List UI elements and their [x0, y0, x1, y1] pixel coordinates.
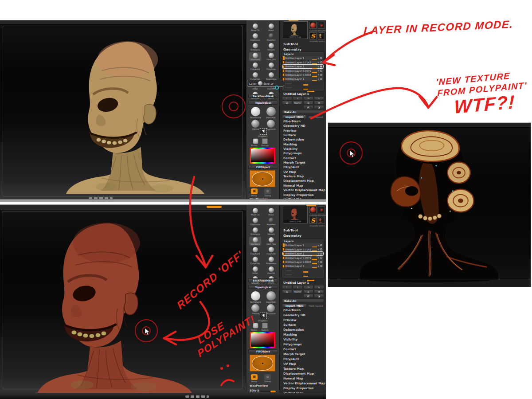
subpalette-item[interactable]: Geometry HD [281, 313, 325, 318]
subpalette-item[interactable]: Preview [281, 318, 325, 323]
layer-mode-dot[interactable] [318, 62, 319, 63]
layer-tool-button[interactable]: ◩ [303, 294, 313, 298]
material-slot[interactable]: BasicMat [265, 107, 277, 119]
layer-visibility-icon[interactable] [320, 78, 323, 80]
bake-all-button[interactable]: Bake All [282, 110, 324, 114]
brush-slot[interactable]: ClayBuild [249, 62, 261, 71]
import-mdd-button[interactable]: Import MDD [282, 304, 307, 308]
layer-intensity-slider[interactable] [312, 267, 317, 269]
layer-row[interactable]: Untitled Layer 1 [283, 65, 323, 68]
layer-visibility-icon[interactable] [320, 57, 323, 59]
layer-tool-button[interactable]: ↑ [282, 96, 292, 100]
texture-thumb[interactable] [262, 138, 268, 144]
layer-mode-dot[interactable] [318, 261, 319, 262]
layer-mode-dot[interactable] [318, 266, 319, 267]
bake-all-button[interactable]: Bake All [282, 299, 324, 303]
subpalette-item[interactable]: Displacement Map [281, 179, 325, 184]
layer-visibility-icon[interactable] [320, 265, 323, 267]
subpalette-item[interactable]: Display Properties [281, 387, 325, 391]
layer-tool-button[interactable]: ◪ [314, 105, 324, 109]
subpalette-item[interactable]: Deformation [281, 328, 325, 333]
subpalette-item[interactable]: Visibility [281, 147, 325, 152]
layer-mode-dot[interactable] [318, 70, 319, 71]
brush-slot[interactable]: ClayTube [265, 62, 277, 71]
selected-layer-slider[interactable] [307, 91, 314, 92]
layer-row[interactable]: Untitled Layer 1 [283, 56, 323, 60]
brush-slot[interactable]: MaskPen [265, 217, 277, 226]
brush-slot[interactable]: Standard [249, 237, 261, 246]
color-swatch[interactable] [250, 355, 275, 372]
subpalette-item[interactable]: Vector Displacement Map [281, 188, 325, 193]
layer-tool-button[interactable]: ↑ [282, 285, 292, 289]
layer-mode-dot[interactable] [318, 74, 319, 75]
subpalette-item[interactable]: Displacement Map [281, 372, 325, 377]
color-picker[interactable] [250, 148, 275, 164]
backfacemask-button[interactable]: BackFaceMask [248, 94, 278, 98]
fillobject-button[interactable]: FillObject [248, 165, 278, 169]
viewport-canvas-bottom[interactable] [0, 205, 246, 399]
topological-button[interactable]: Topological [248, 101, 278, 105]
layer-tool-button[interactable]: ↓ [293, 285, 303, 289]
subpalette-item[interactable]: Vector Displacement Map [281, 382, 325, 387]
subpalette-item[interactable]: Polypaint [281, 165, 325, 170]
layer-row[interactable]: Untitled Layer 1 [283, 77, 323, 81]
layer-mode-dot[interactable] [318, 58, 319, 59]
layer-visibility-icon[interactable] [320, 244, 323, 246]
brush-slot[interactable]: hPolish [265, 43, 277, 51]
subtool-thumb-polymesh[interactable]: ✶ [318, 22, 325, 29]
brush-slot[interactable]: Move To [249, 207, 261, 216]
stroke-thumb[interactable] [253, 138, 258, 144]
transp-button[interactable]: ◍ [264, 188, 271, 194]
active-subtool-thumb[interactable]: sketch_mod [283, 206, 308, 223]
layer-row[interactable]: Untitled Layer 0.7142 [283, 248, 323, 251]
brush-slot[interactable]: ClayTube [265, 246, 277, 255]
layer-row[interactable]: Layer [283, 86, 323, 89]
layer-visibility-icon[interactable] [320, 61, 323, 63]
layer-visibility-icon[interactable] [320, 248, 323, 250]
layer-tool-button[interactable]: ⊠ [314, 101, 324, 105]
layers-header[interactable]: Layers [284, 52, 293, 55]
subpalette-item[interactable]: UV Map [281, 170, 325, 175]
brush-slot[interactable]: CurveTub [249, 72, 261, 81]
subpalette-item[interactable]: Masking [281, 143, 325, 147]
layer-row[interactable]: Layer [283, 269, 323, 272]
layer-tool-button[interactable]: ▤ [282, 289, 292, 293]
tray-resize-notch[interactable] [207, 206, 222, 208]
brush-slot[interactable]: SnakeHoo [265, 256, 277, 265]
brush-slot[interactable]: Move [265, 23, 277, 32]
subpalette-item[interactable]: Visibility [281, 338, 325, 343]
layer-visibility-icon[interactable] [320, 74, 323, 76]
subtool-header[interactable]: SubTool [283, 43, 298, 46]
layers-header[interactable]: Layers [284, 239, 293, 243]
layer-mode-dot[interactable] [318, 66, 319, 67]
layer-mode-dot[interactable] [318, 249, 319, 250]
subpalette-item[interactable]: Normal Map [281, 377, 325, 382]
brush-slot[interactable]: Move [265, 207, 277, 216]
subpalette-item[interactable]: Polygroups [281, 152, 325, 156]
material-slot[interactable]: SkinShad4 [250, 107, 262, 119]
material-slot[interactable]: SkinShad4 [250, 291, 262, 303]
viewport-canvas-top[interactable] [0, 20, 246, 202]
layer-mode-dot[interactable] [318, 78, 319, 80]
brush-slot[interactable]: SnakeHoo [265, 72, 277, 81]
subtool-thumb-simplebrush[interactable]: S [309, 217, 317, 224]
layer-mode-dot[interactable] [318, 253, 319, 254]
subpalette-item[interactable]: Masking [281, 333, 325, 338]
layer-tool-button[interactable]: ◩ [303, 105, 313, 109]
subpalette-item[interactable]: Surface [281, 323, 325, 328]
subpalette-item[interactable]: Morph Target [281, 161, 325, 165]
layer-row[interactable]: Layer [283, 273, 323, 276]
subpalette-item[interactable]: FiberMesh [281, 309, 325, 313]
fillobject-button[interactable]: FillObject [248, 349, 278, 353]
layer-tool-button[interactable]: ↷ [303, 285, 313, 289]
layer-row[interactable]: Untitled Layer 0.3571 [283, 69, 323, 73]
color-picker-gradient[interactable] [251, 333, 274, 347]
subpalette-item[interactable]: Polypaint [281, 357, 325, 362]
subpalette-item[interactable]: Surface [281, 133, 325, 138]
layer-row[interactable]: Untitled Layer 0.6904 [283, 260, 323, 264]
layer-tool-button[interactable]: ⊠ [314, 289, 324, 293]
subpalette-item[interactable]: UV Map [281, 362, 325, 367]
layer-tool-button[interactable]: ↓ [293, 96, 303, 100]
layer-tool-button[interactable]: ↳ [314, 285, 324, 289]
dragrect-stroke-icon[interactable] [260, 128, 267, 135]
